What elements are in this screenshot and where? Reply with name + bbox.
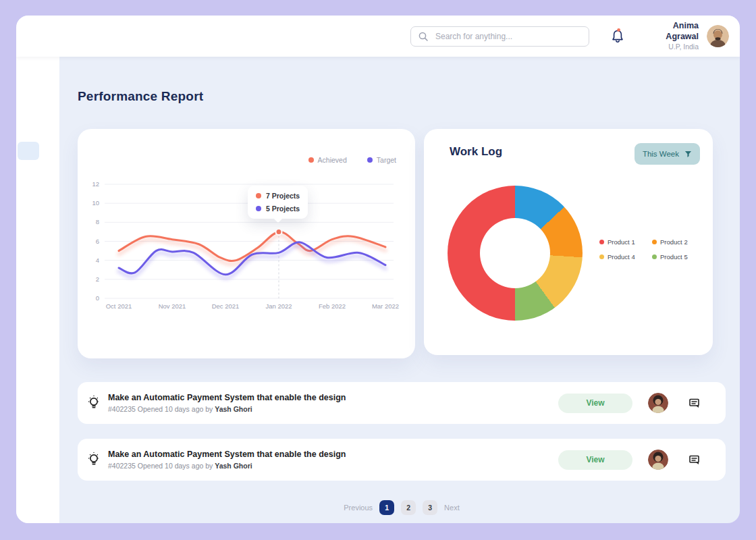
task-row[interactable]: Make an Automatic Payment System that en… bbox=[78, 439, 726, 481]
tooltip-row: 5 Projects bbox=[256, 205, 300, 213]
target-dot bbox=[367, 157, 373, 163]
task-row[interactable]: Make an Automatic Payment System that en… bbox=[78, 382, 726, 424]
legend-label: Product 4 bbox=[608, 253, 635, 261]
line-chart-legend: Achieved Target bbox=[308, 156, 396, 164]
tooltip-text: 7 Projects bbox=[266, 192, 300, 200]
svg-text:10: 10 bbox=[92, 199, 99, 207]
pagination-next[interactable]: Next bbox=[444, 504, 460, 512]
tooltip-text: 5 Projects bbox=[266, 205, 300, 213]
assignee-avatar[interactable] bbox=[648, 393, 668, 413]
user-menu[interactable]: Anima Agrawal U.P, India bbox=[641, 21, 699, 51]
task-title: Make an Automatic Payment System that en… bbox=[108, 392, 346, 404]
legend-label: Achieved bbox=[318, 156, 347, 164]
task-id: #402235 bbox=[108, 462, 136, 470]
legend-label: Product 1 bbox=[608, 238, 635, 246]
pagination-page-2[interactable]: 2 bbox=[401, 500, 416, 515]
view-button[interactable]: View bbox=[558, 450, 632, 470]
sidebar bbox=[16, 57, 59, 523]
svg-text:Feb 2022: Feb 2022 bbox=[319, 302, 346, 310]
legend-label: Product 2 bbox=[660, 238, 688, 246]
task-author: Yash Ghori bbox=[215, 462, 252, 470]
pagination-page-3[interactable]: 3 bbox=[423, 500, 437, 515]
legend-item-product-5: Product 5 bbox=[652, 253, 705, 261]
top-bar: Anima Agrawal U.P, India bbox=[16, 16, 740, 57]
comment-icon[interactable] bbox=[688, 453, 701, 466]
task-opened: Opened 10 days ago by bbox=[138, 405, 213, 413]
product-2-dot bbox=[652, 240, 657, 244]
search-box[interactable] bbox=[410, 26, 589, 47]
week-filter-button[interactable]: This Week bbox=[634, 143, 700, 165]
comment-icon[interactable] bbox=[688, 396, 701, 410]
pagination: Previous 1 2 3 Next bbox=[78, 500, 726, 515]
svg-text:4: 4 bbox=[96, 256, 99, 264]
search-input[interactable] bbox=[434, 31, 582, 42]
svg-text:12: 12 bbox=[92, 180, 99, 188]
task-author: Yash Ghori bbox=[215, 405, 252, 413]
task-title: Make an Automatic Payment System that en… bbox=[108, 448, 346, 461]
legend-item-product-4: Product 4 bbox=[599, 253, 652, 261]
app-window: Anima Agrawal U.P, India Performance Rep… bbox=[16, 16, 740, 523]
donut-legend: Product 1 Product 2 Product 4 Produ bbox=[599, 238, 705, 261]
work-log-title: Work Log bbox=[450, 145, 502, 159]
task-meta: #402235 Opened 10 days ago by Yash Ghori bbox=[108, 404, 346, 415]
pagination-previous[interactable]: Previous bbox=[344, 504, 373, 512]
work-log-card: Work Log This Week Product 1 bbox=[424, 129, 713, 355]
user-avatar[interactable] bbox=[707, 25, 729, 47]
tooltip-target-dot bbox=[256, 206, 261, 211]
task-id: #402235 bbox=[108, 405, 136, 413]
filter-icon bbox=[684, 151, 692, 158]
svg-text:Dec 2021: Dec 2021 bbox=[212, 302, 240, 310]
sidebar-active-indicator[interactable] bbox=[18, 142, 39, 160]
performance-chart-card: Achieved Target 121086420O bbox=[78, 129, 415, 358]
legend-label: Product 5 bbox=[660, 253, 688, 261]
product-5-dot bbox=[652, 254, 657, 259]
svg-text:0: 0 bbox=[96, 294, 99, 302]
svg-text:8: 8 bbox=[96, 218, 99, 225]
user-location: U.P, India bbox=[641, 43, 699, 51]
svg-text:2: 2 bbox=[96, 275, 99, 283]
legend-item-target: Target bbox=[367, 156, 396, 164]
legend-label: Target bbox=[377, 156, 396, 164]
svg-text:Mar 2022: Mar 2022 bbox=[372, 302, 399, 310]
chart-tooltip: 7 Projects 5 Projects bbox=[248, 186, 308, 219]
achieved-dot bbox=[308, 157, 314, 163]
task-opened: Opened 10 days ago by bbox=[138, 462, 213, 470]
search-icon bbox=[418, 31, 429, 42]
tooltip-achieved-dot bbox=[256, 193, 261, 198]
charts-row: Achieved Target 121086420O bbox=[78, 129, 726, 358]
lightbulb-icon bbox=[84, 450, 104, 470]
svg-text:6: 6 bbox=[96, 238, 99, 245]
user-name: Anima Agrawal bbox=[641, 21, 699, 42]
svg-text:Jan 2022: Jan 2022 bbox=[265, 302, 292, 310]
view-button[interactable]: View bbox=[558, 394, 632, 413]
task-text: Make an Automatic Payment System that en… bbox=[108, 392, 346, 415]
legend-item-achieved: Achieved bbox=[308, 156, 347, 164]
legend-item-product-1: Product 1 bbox=[599, 238, 652, 246]
page-title: Performance Report bbox=[78, 57, 726, 104]
svg-text:Oct 2021: Oct 2021 bbox=[106, 302, 132, 310]
task-meta: #402235 Opened 10 days ago by Yash Ghori bbox=[108, 461, 346, 472]
task-text: Make an Automatic Payment System that en… bbox=[108, 448, 346, 472]
svg-text:Nov 2021: Nov 2021 bbox=[159, 302, 186, 310]
notifications-bell-icon[interactable] bbox=[610, 28, 626, 45]
tooltip-row: 7 Projects bbox=[256, 192, 300, 200]
week-filter-label: This Week bbox=[643, 150, 679, 158]
product-1-dot bbox=[599, 240, 604, 244]
pagination-page-1[interactable]: 1 bbox=[379, 500, 394, 515]
legend-item-product-2: Product 2 bbox=[652, 238, 705, 246]
product-4-dot bbox=[599, 254, 604, 259]
assignee-avatar[interactable] bbox=[648, 450, 668, 470]
work-log-donut-chart bbox=[448, 186, 583, 321]
lightbulb-icon bbox=[84, 393, 104, 413]
main-content: Performance Report Achieved Target bbox=[59, 57, 740, 523]
